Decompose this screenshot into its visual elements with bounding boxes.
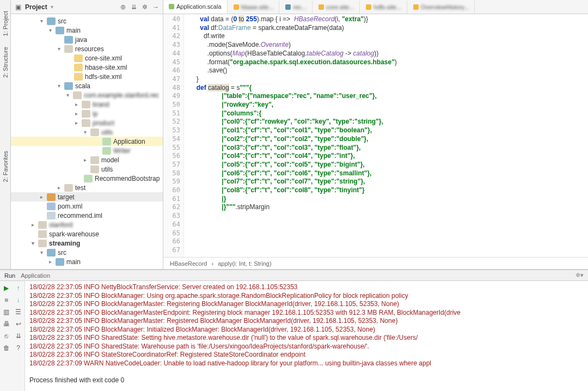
wrap-icon[interactable]: ↩ xyxy=(14,319,23,329)
rail-project[interactable]: 1: Project xyxy=(2,11,9,36)
run-panel: Run Application ✲▾ ▶ ↑ ■ ↓ ▥ ☰ 🖶 ↩ ⎋ xyxy=(0,269,588,391)
layout-icon[interactable]: ▥ xyxy=(2,307,11,317)
breadcrumb[interactable]: HBaseRecord › apply(i: Int, t: String) xyxy=(163,257,588,269)
up-icon[interactable]: ↑ xyxy=(14,283,23,293)
dropdown-icon[interactable]: ▾ xyxy=(51,4,53,10)
tree-main[interactable]: ▾main xyxy=(11,26,163,35)
tree-hdfs-site[interactable]: hdfs-site.xml xyxy=(11,72,163,81)
tree-recommend-boot[interactable]: RecommendBootstrap xyxy=(11,174,163,183)
file-type-icon xyxy=(366,4,371,10)
left-tool-rail: 1: Project 2: Structure 2: Favorites xyxy=(0,0,11,269)
tab-label: rec... xyxy=(293,4,306,10)
project-panel: ▣ Project ▾ ⊚ ⇊ ✲ → ▾src ▾main java ▾res… xyxy=(11,0,163,269)
log-line: 18/02/28 22:37:05 INFO BlockManagerMaste… xyxy=(29,317,584,326)
run-label: Run xyxy=(4,272,15,279)
file-type-icon xyxy=(285,4,291,10)
run-toolbar: ▶ ↑ ■ ↓ ▥ ☰ 🖶 ↩ ⎋ ⇊ 🗑 ? xyxy=(0,281,25,391)
file-type-icon xyxy=(234,4,239,10)
project-icon: ▣ xyxy=(14,3,22,11)
filter-icon[interactable]: ☰ xyxy=(14,307,23,317)
log-line: 18/02/28 22:37:05 INFO SharedState: Sett… xyxy=(29,334,584,343)
locate-icon[interactable]: ⊚ xyxy=(119,3,127,11)
tree-src[interactable]: ▾src xyxy=(11,16,163,26)
console-output[interactable]: 18/02/28 22:37:05 INFO NettyBlockTransfe… xyxy=(25,281,588,391)
print-icon[interactable]: 🖶 xyxy=(2,319,11,329)
tree-streaming[interactable]: ▾streaming xyxy=(11,239,163,248)
tree-core-site[interactable]: core-site.xml xyxy=(11,53,163,63)
tab-label: hdfs-site... xyxy=(373,4,401,10)
breadcrumb-item[interactable]: HBaseRecord xyxy=(170,260,207,267)
run-header: Run Application ✲▾ xyxy=(0,270,588,281)
tree-application[interactable]: Application xyxy=(11,137,163,146)
hide-icon[interactable]: → xyxy=(152,3,160,11)
tab-label: OverviewHistory... xyxy=(421,4,469,10)
tree-ip[interactable]: ▸ip xyxy=(11,109,163,118)
tree-writer[interactable]: Writer xyxy=(11,146,163,155)
tree-resources[interactable]: ▾resources xyxy=(11,44,163,53)
chevron-icon: › xyxy=(211,260,213,267)
tree-prod[interactable]: ▸product xyxy=(11,118,163,127)
stop-button[interactable]: ■ xyxy=(2,295,11,305)
tree-stanford[interactable]: ▸stanford xyxy=(11,220,163,229)
tree-src2[interactable]: ▾src xyxy=(11,248,163,257)
collapse-icon[interactable]: ⇊ xyxy=(130,3,138,11)
tree-brand[interactable]: ▸brand xyxy=(11,100,163,109)
breadcrumb-item[interactable]: apply(i: Int, t: String) xyxy=(218,260,271,267)
tab-label: hbase-site... xyxy=(241,4,274,10)
trash-icon[interactable]: 🗑 xyxy=(2,343,11,353)
editor-tab[interactable]: hbase-site... xyxy=(228,1,280,14)
log-line: 18/02/28 22:37:05 INFO SharedState: Ware… xyxy=(29,343,584,351)
log-line: 18/02/28 22:37:05 INFO BlockManager: Usi… xyxy=(29,292,584,301)
editor-tab[interactable]: hdfs-site... xyxy=(360,1,407,14)
tree-utils[interactable]: utils xyxy=(11,164,163,174)
file-type-icon xyxy=(413,4,419,10)
tree-spark-wh[interactable]: spark-warehouse xyxy=(11,229,163,239)
rail-favorites[interactable]: 2: Favorites xyxy=(2,151,9,182)
project-panel-header: ▣ Project ▾ ⊚ ⇊ ✲ → xyxy=(11,0,163,14)
run-config[interactable]: Application xyxy=(21,272,50,279)
tree-hbase-site[interactable]: hbase-site.xml xyxy=(11,63,163,72)
down-icon[interactable]: ↓ xyxy=(14,295,23,305)
help-icon[interactable]: ? xyxy=(14,343,23,353)
editor-tabs: Application.scalahbase-site...rec...core… xyxy=(163,0,588,14)
line-gutter: 40 41 42 43 44 45 46 47 48 49 50 51 52 5… xyxy=(163,14,184,257)
editor-tab[interactable]: rec... xyxy=(280,1,312,14)
tree-test[interactable]: ▸test xyxy=(11,183,163,192)
tree-target[interactable]: ▸target xyxy=(11,192,163,201)
rail-structure[interactable]: 2: Structure xyxy=(2,47,9,78)
tree-main2[interactable]: ▸main xyxy=(11,257,163,266)
tree-java[interactable]: java xyxy=(11,35,163,44)
exit-line: Process finished with exit code 0 xyxy=(29,376,584,385)
scroll-icon[interactable]: ⇊ xyxy=(14,331,23,341)
log-line: 18/02/28 22:37:05 INFO BlockManagerMaste… xyxy=(29,309,584,317)
file-type-icon xyxy=(318,4,324,10)
editor-tab[interactable]: Application.scala xyxy=(163,1,228,14)
rerun-button[interactable]: ▶ xyxy=(2,283,11,293)
tree-model[interactable]: ▸model xyxy=(11,155,163,164)
tree-pom[interactable]: pom.xml xyxy=(11,201,163,211)
editor-tab[interactable]: OverviewHistory... xyxy=(408,1,475,14)
exit-icon[interactable]: ⎋ xyxy=(2,331,11,341)
editor-tab[interactable]: core-site... xyxy=(313,1,360,14)
editor-area: Application.scalahbase-site...rec...core… xyxy=(163,0,588,269)
gear-icon[interactable]: ✲▾ xyxy=(575,272,584,279)
log-line: 18/02/28 22:37:05 INFO NettyBlockTransfe… xyxy=(29,283,584,292)
tree-pkg[interactable]: ▾com.example.stanford.rec xyxy=(11,90,163,100)
tree-iml[interactable]: recommend.iml xyxy=(11,211,163,220)
project-tree[interactable]: ▾src ▾main java ▾resources core-site.xml… xyxy=(11,14,163,269)
log-line: 18/02/28 22:37:09 WARN NativeCodeLoader:… xyxy=(29,359,584,368)
code-content[interactable]: val data = (0 to 255).map { i => HBaseRe… xyxy=(184,14,588,257)
log-line: 18/02/28 22:37:06 INFO StateStoreCoordin… xyxy=(29,351,584,359)
log-line: 18/02/28 22:37:05 INFO BlockManager: Ini… xyxy=(29,326,584,334)
tree-rec[interactable]: ▾utils xyxy=(11,127,163,137)
tree-scala[interactable]: ▾scala xyxy=(11,81,163,90)
tab-label: Application.scala xyxy=(176,3,222,10)
project-title: Project xyxy=(25,3,47,11)
file-type-icon xyxy=(169,4,174,9)
code-editor[interactable]: 40 41 42 43 44 45 46 47 48 49 50 51 52 5… xyxy=(163,14,588,257)
log-line: 18/02/28 22:37:05 INFO BlockManagerMaste… xyxy=(29,300,584,309)
gear-icon[interactable]: ✲ xyxy=(141,3,149,11)
tab-label: core-site... xyxy=(326,4,354,10)
